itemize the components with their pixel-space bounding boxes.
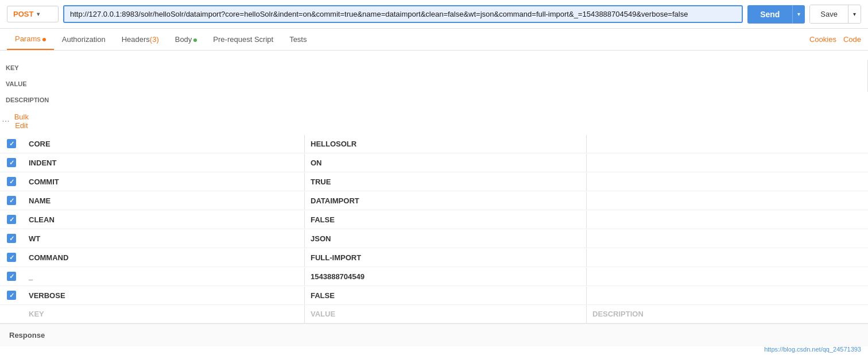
tab-authorization[interactable]: Authorization xyxy=(54,29,114,49)
row-checkbox-4[interactable] xyxy=(0,210,23,229)
row-key-4[interactable]: clean xyxy=(23,211,305,229)
table-row: wt json xyxy=(0,229,868,248)
placeholder-key[interactable]: Key xyxy=(23,305,305,323)
row-key-2[interactable]: commit xyxy=(23,173,305,191)
checkbox-7[interactable] xyxy=(7,272,16,281)
checkbox-4[interactable] xyxy=(7,215,16,224)
checkbox-1[interactable] xyxy=(7,158,16,167)
header-actions: ··· Bulk Edit xyxy=(0,108,34,134)
send-dropdown-button[interactable]: ▾ xyxy=(792,5,805,24)
row-desc-4 xyxy=(587,215,868,224)
row-key-8[interactable]: verbose xyxy=(23,287,305,304)
row-desc-8 xyxy=(587,291,868,300)
footer-link[interactable]: https://blog.csdn.net/qq_24571393 xyxy=(764,346,861,346)
bulk-edit-button[interactable]: Bulk Edit xyxy=(14,113,29,130)
headers-count: (3) xyxy=(150,35,159,44)
row-checkbox-2[interactable] xyxy=(0,172,23,191)
placeholder-check xyxy=(0,310,23,319)
placeholder-row[interactable]: Key Value Description xyxy=(0,305,868,323)
save-button-group: Save ▾ xyxy=(809,5,861,24)
response-label: Response xyxy=(9,331,45,339)
row-value-2[interactable]: true xyxy=(305,173,587,191)
row-desc-0 xyxy=(587,139,868,148)
row-checkbox-8[interactable] xyxy=(0,286,23,304)
header-key: KEY xyxy=(0,60,868,76)
row-desc-7 xyxy=(587,272,868,281)
body-dot xyxy=(193,38,197,42)
row-value-8[interactable]: false xyxy=(305,287,587,304)
header-check-col xyxy=(0,51,23,60)
tab-tests[interactable]: Tests xyxy=(281,29,315,49)
checkbox-3[interactable] xyxy=(7,196,16,205)
checkbox-0[interactable] xyxy=(7,139,16,148)
row-checkbox-5[interactable] xyxy=(0,229,23,248)
row-value-6[interactable]: full-import xyxy=(305,249,587,267)
params-dot xyxy=(42,38,46,41)
tab-body[interactable]: Body xyxy=(167,29,206,49)
table-row: commit true xyxy=(0,172,868,191)
row-checkbox-3[interactable] xyxy=(0,191,23,210)
tabs-bar: Params Authorization Headers(3) Body Pre… xyxy=(0,29,868,51)
row-value-4[interactable]: false xyxy=(305,211,587,229)
row-value-3[interactable]: dataimport xyxy=(305,192,587,210)
tab-prerequest[interactable]: Pre-request Script xyxy=(205,29,281,49)
row-desc-3 xyxy=(587,196,868,205)
row-desc-1 xyxy=(587,158,868,167)
cookies-link[interactable]: Cookies xyxy=(809,35,836,44)
table-row: verbose false xyxy=(0,286,868,305)
checkbox-8[interactable] xyxy=(7,291,16,300)
table-row: indent on xyxy=(0,153,868,172)
code-link[interactable]: Code xyxy=(843,35,861,44)
table-row: _ 1543888704549 xyxy=(0,267,868,286)
checkbox-6[interactable] xyxy=(7,253,16,262)
response-section: Response xyxy=(0,323,868,346)
checkbox-2[interactable] xyxy=(7,177,16,186)
table-row: core helloSolr xyxy=(0,134,868,153)
row-key-7[interactable]: _ xyxy=(23,268,305,285)
row-desc-2 xyxy=(587,177,868,186)
row-checkbox-6[interactable] xyxy=(0,248,23,267)
row-checkbox-1[interactable] xyxy=(0,153,23,172)
toolbar: POST ▾ http://127.0.0.1:8983/solr/helloS… xyxy=(0,0,868,29)
placeholder-desc[interactable]: Description xyxy=(587,305,868,323)
row-value-0[interactable]: helloSolr xyxy=(305,135,587,153)
tab-params[interactable]: Params xyxy=(7,29,54,50)
footer: https://blog.csdn.net/qq_24571393 xyxy=(757,344,868,346)
method-selector[interactable]: POST ▾ xyxy=(7,6,59,22)
row-checkbox-0[interactable] xyxy=(0,134,23,153)
url-input[interactable]: http://127.0.0.1:8983/solr/helloSolr/dat… xyxy=(63,5,743,23)
save-button[interactable]: Save xyxy=(810,5,848,23)
table-row: clean false xyxy=(0,210,868,229)
table-row: name dataimport xyxy=(0,191,868,210)
save-dropdown-button[interactable]: ▾ xyxy=(848,5,861,23)
row-value-7[interactable]: 1543888704549 xyxy=(305,268,587,285)
table-row: command full-import xyxy=(0,248,868,267)
row-checkbox-7[interactable] xyxy=(0,267,23,285)
row-value-5[interactable]: json xyxy=(305,230,587,248)
row-key-6[interactable]: command xyxy=(23,249,305,267)
placeholder-value[interactable]: Value xyxy=(305,305,587,323)
row-key-0[interactable]: core xyxy=(23,135,305,153)
tab-headers[interactable]: Headers(3) xyxy=(114,29,167,49)
row-key-5[interactable]: wt xyxy=(23,230,305,248)
more-options-button[interactable]: ··· xyxy=(2,116,9,126)
checkbox-5[interactable] xyxy=(7,234,16,243)
row-desc-5 xyxy=(587,234,868,243)
table-header: KEY VALUE DESCRIPTION ··· Bulk Edit xyxy=(0,51,868,134)
header-description: DESCRIPTION xyxy=(0,92,868,108)
row-value-1[interactable]: on xyxy=(305,154,587,172)
row-key-3[interactable]: name xyxy=(23,192,305,210)
row-desc-6 xyxy=(587,253,868,262)
tabs-right: Cookies Code xyxy=(809,35,861,44)
send-button[interactable]: Send xyxy=(747,5,792,24)
header-value: VALUE xyxy=(0,76,868,92)
method-chevron-icon: ▾ xyxy=(37,11,40,17)
send-button-group: Send ▾ xyxy=(747,5,805,24)
method-label: POST xyxy=(13,10,33,18)
rows-container: core helloSolr indent on commit true nam… xyxy=(0,134,868,323)
row-key-1[interactable]: indent xyxy=(23,154,305,172)
params-table: KEY VALUE DESCRIPTION ··· Bulk Edit core… xyxy=(0,51,868,323)
